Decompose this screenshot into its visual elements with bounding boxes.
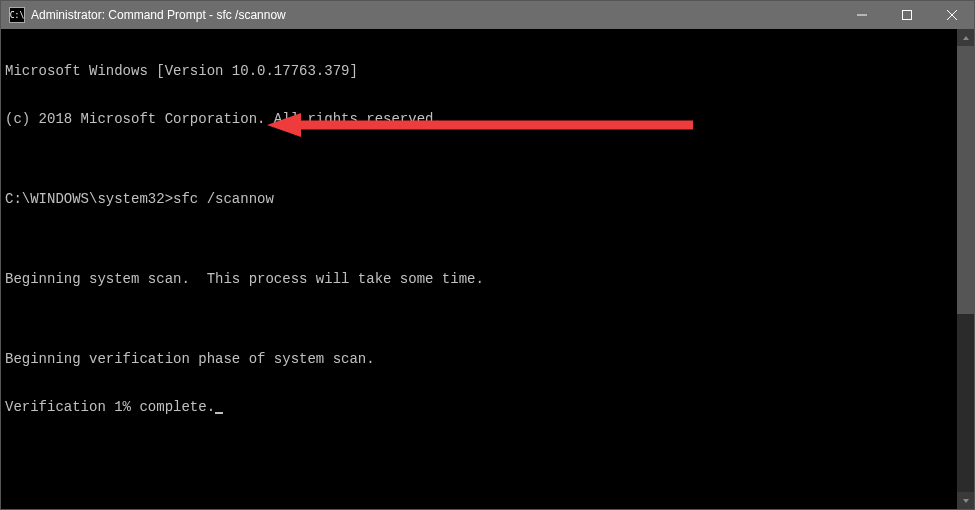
terminal-command: sfc /scannow [173, 191, 274, 207]
cursor-icon [215, 412, 223, 414]
window-title: Administrator: Command Prompt - sfc /sca… [31, 8, 839, 22]
maximize-button[interactable] [884, 1, 929, 29]
vertical-scrollbar[interactable] [957, 29, 974, 509]
terminal-line: C:\WINDOWS\system32>sfc /scannow [5, 191, 953, 207]
scroll-up-button[interactable] [957, 29, 974, 46]
window-controls [839, 1, 974, 29]
command-prompt-window: C:\ Administrator: Command Prompt - sfc … [0, 0, 975, 510]
terminal-line: Beginning system scan. This process will… [5, 271, 953, 287]
scroll-thumb[interactable] [957, 46, 974, 314]
svg-marker-6 [963, 36, 969, 40]
terminal-line: Beginning verification phase of system s… [5, 351, 953, 367]
terminal-output[interactable]: Microsoft Windows [Version 10.0.17763.37… [1, 29, 957, 509]
svg-marker-7 [963, 499, 969, 503]
terminal-line: Microsoft Windows [Version 10.0.17763.37… [5, 63, 953, 79]
cmd-icon-label: C:\ [10, 11, 24, 20]
minimize-button[interactable] [839, 1, 884, 29]
scroll-track[interactable] [957, 46, 974, 492]
close-button[interactable] [929, 1, 974, 29]
titlebar[interactable]: C:\ Administrator: Command Prompt - sfc … [1, 1, 974, 29]
terminal-prompt: C:\WINDOWS\system32> [5, 191, 173, 207]
terminal-line: Verification 1% complete. [5, 399, 953, 415]
svg-rect-1 [902, 11, 911, 20]
terminal-line: (c) 2018 Microsoft Corporation. All righ… [5, 111, 953, 127]
scroll-down-button[interactable] [957, 492, 974, 509]
client-area: Microsoft Windows [Version 10.0.17763.37… [1, 29, 974, 509]
cmd-icon: C:\ [9, 7, 25, 23]
